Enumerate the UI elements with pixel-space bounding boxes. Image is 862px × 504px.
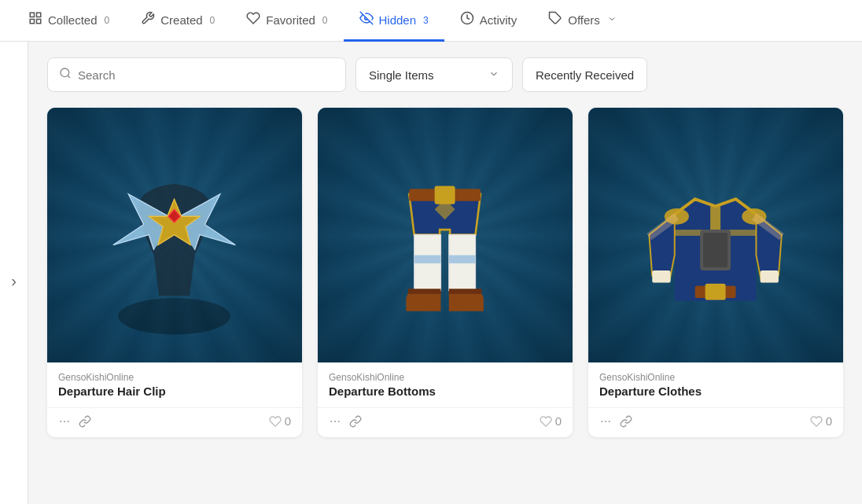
svg-point-24	[330, 421, 332, 422]
svg-point-13	[64, 421, 65, 422]
filter-dropdown[interactable]: Single Items	[355, 57, 513, 92]
item-footer-2: 0	[318, 407, 573, 437]
svg-rect-21	[449, 289, 481, 294]
svg-rect-3	[37, 20, 41, 24]
svg-point-38	[605, 421, 606, 422]
svg-rect-30	[761, 270, 779, 283]
item-image-3	[588, 108, 843, 362]
svg-rect-0	[30, 13, 34, 17]
item-more-button-1[interactable]	[58, 415, 71, 428]
item-actions-left-1	[58, 415, 91, 428]
nav-label-favorited: Favorited	[266, 13, 315, 27]
nav-item-offers[interactable]: Offers	[532, 1, 632, 42]
item-info-2: GensoKishiOnline Departure Bottoms	[318, 362, 573, 407]
item-more-button-3[interactable]	[599, 415, 612, 428]
filter-chevron-icon	[488, 68, 499, 82]
svg-rect-22	[414, 256, 441, 263]
nav-item-created[interactable]: Created 0	[125, 1, 230, 42]
favorited-icon	[246, 11, 260, 29]
item-collection-1: GensoKishiOnline	[58, 372, 291, 383]
nav-badge-hidden: 3	[423, 15, 429, 26]
svg-rect-34	[705, 284, 726, 300]
search-input[interactable]	[78, 68, 334, 82]
filter-label: Single Items	[369, 68, 434, 82]
nav-badge-collected: 0	[105, 15, 110, 26]
chevron-right-icon: ›	[11, 272, 17, 290]
offers-chevron-icon	[607, 14, 617, 26]
nav-badge-created: 0	[210, 15, 216, 26]
activity-icon	[460, 11, 474, 29]
item-actions-left-3	[599, 415, 632, 428]
nav-label-created: Created	[160, 13, 202, 27]
items-grid: GensoKishiOnline Departure Hair Clip	[47, 108, 843, 437]
item-favorite-2[interactable]: 0	[540, 414, 562, 428]
item-info-3: GensoKishiOnline Departure Clothes	[588, 362, 843, 407]
item-collection-3: GensoKishiOnline	[599, 372, 832, 383]
toolbar: Single Items Recently Received	[47, 57, 843, 92]
sidebar-panel: ›	[0, 42, 28, 504]
item-favorite-1[interactable]: 0	[269, 414, 291, 428]
item-favorite-count-2: 0	[555, 414, 562, 428]
svg-point-12	[60, 421, 61, 422]
item-name-1: Departure Hair Clip	[58, 384, 291, 398]
svg-point-37	[601, 421, 602, 422]
search-box[interactable]	[47, 57, 346, 92]
svg-rect-23	[449, 256, 476, 263]
svg-line-8	[68, 75, 70, 78]
sort-button[interactable]: Recently Received	[522, 57, 647, 92]
nav-badge-favorited: 0	[322, 15, 328, 26]
top-nav: Collected 0 Created 0 Favorited 0 Hidden…	[0, 0, 862, 42]
sidebar-toggle-button[interactable]: ›	[0, 57, 28, 504]
nav-label-offers: Offers	[568, 13, 600, 27]
svg-rect-20	[408, 289, 440, 294]
svg-rect-2	[30, 20, 34, 24]
item-info-1: GensoKishiOnline Departure Hair Clip	[47, 362, 302, 407]
svg-point-26	[338, 421, 340, 422]
item-favorite-3[interactable]: 0	[810, 414, 832, 428]
item-name-3: Departure Clothes	[599, 384, 832, 398]
content-area: Single Items Recently Received	[28, 42, 862, 504]
item-card-1: GensoKishiOnline Departure Hair Clip	[47, 108, 302, 437]
item-favorite-count-1: 0	[285, 414, 291, 428]
item-image-1	[47, 108, 302, 362]
item-more-button-2[interactable]	[329, 415, 341, 428]
item-actions-left-2	[329, 415, 362, 428]
svg-point-14	[68, 421, 69, 422]
svg-rect-29	[653, 270, 671, 283]
item-collection-2: GensoKishiOnline	[329, 372, 562, 383]
item-favorite-count-3: 0	[826, 414, 832, 428]
sort-label: Recently Received	[536, 68, 634, 82]
nav-item-hidden[interactable]: Hidden 3	[344, 1, 444, 42]
item-link-button-2[interactable]	[349, 415, 362, 428]
created-icon	[141, 11, 155, 29]
offers-icon	[548, 11, 562, 29]
nav-item-favorited[interactable]: Favorited 0	[230, 1, 343, 42]
svg-rect-1	[37, 13, 41, 17]
nav-label-collected: Collected	[48, 13, 98, 27]
search-icon	[59, 67, 72, 83]
item-card-2: GensoKishiOnline Departure Bottoms	[318, 108, 573, 437]
item-footer-3: 0	[588, 407, 843, 437]
nav-label-activity: Activity	[480, 13, 518, 27]
svg-point-9	[119, 298, 231, 335]
svg-point-39	[609, 421, 610, 422]
svg-rect-32	[703, 233, 728, 267]
item-footer-1: 0	[47, 407, 302, 437]
item-name-2: Departure Bottoms	[329, 384, 562, 398]
svg-point-7	[61, 68, 69, 77]
nav-item-collected[interactable]: Collected 0	[13, 1, 125, 42]
collected-icon	[28, 11, 42, 29]
item-link-button-1[interactable]	[79, 415, 91, 428]
nav-label-hidden: Hidden	[379, 13, 417, 27]
item-image-2	[318, 108, 573, 362]
hidden-icon	[359, 11, 374, 29]
item-link-button-3[interactable]	[620, 415, 632, 428]
item-card-3: GensoKishiOnline Departure Clothes	[588, 108, 843, 437]
nav-item-activity[interactable]: Activity	[444, 1, 533, 42]
svg-point-25	[334, 421, 336, 422]
